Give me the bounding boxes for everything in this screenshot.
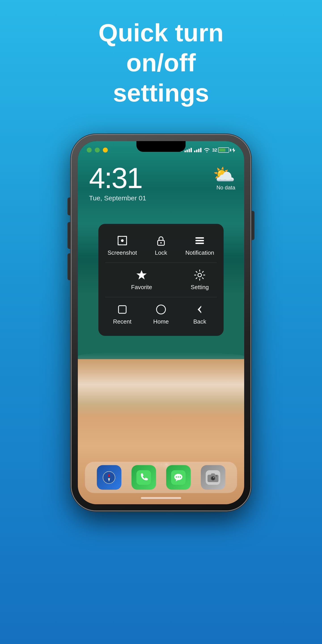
favorite-icon xyxy=(136,269,148,281)
svg-point-20 xyxy=(176,476,177,478)
dock xyxy=(85,462,237,493)
weather-label: No data xyxy=(216,184,235,191)
status-left-icons xyxy=(87,148,108,152)
svg-marker-8 xyxy=(136,270,147,280)
home-bar xyxy=(141,497,181,499)
svg-point-9 xyxy=(198,273,202,277)
svg-marker-0 xyxy=(232,148,235,152)
svg-rect-5 xyxy=(196,237,204,238)
wifi-icon xyxy=(204,148,210,152)
svg-rect-6 xyxy=(196,240,204,241)
lock-label: Lock xyxy=(155,249,167,256)
signal-bar-1 xyxy=(184,148,192,152)
notch xyxy=(136,141,186,152)
clock-date: Tue, September 01 xyxy=(89,194,146,202)
favorite-label: Favorite xyxy=(131,284,152,291)
back-label: Back xyxy=(193,318,206,325)
notification-icon xyxy=(194,234,206,247)
headline-line2: settings xyxy=(113,79,209,107)
back-icon xyxy=(194,304,206,316)
notification-button[interactable]: Notification xyxy=(180,228,219,262)
back-button[interactable]: Back xyxy=(180,297,219,332)
phone-icon xyxy=(136,470,151,485)
lock-button[interactable]: Lock xyxy=(142,228,180,262)
phone-screen: 0.2KB/s xyxy=(78,141,244,504)
safari-icon xyxy=(102,470,116,485)
svg-point-27 xyxy=(213,477,214,478)
status-dot-1 xyxy=(87,148,92,152)
svg-rect-10 xyxy=(118,306,126,313)
favorite-button[interactable]: Favorite xyxy=(103,263,180,297)
charging-icon xyxy=(232,148,235,152)
status-dot-3 xyxy=(103,148,108,152)
svg-point-11 xyxy=(156,305,166,314)
svg-point-4 xyxy=(160,242,162,244)
headline-line1: Quick turn on/off xyxy=(98,19,224,77)
svg-rect-7 xyxy=(196,242,204,244)
status-dot-2 xyxy=(95,148,100,152)
dock-safari[interactable] xyxy=(97,465,122,490)
quick-action-menu: Screenshot Lock Notifi xyxy=(98,224,224,336)
power-button xyxy=(251,211,254,240)
home-label: Home xyxy=(153,318,168,325)
dock-messages[interactable] xyxy=(166,465,191,490)
volume-up-button xyxy=(68,222,71,249)
weather-icon: ⛅ xyxy=(213,166,235,184)
setting-button[interactable]: Setting xyxy=(180,263,219,297)
camera-icon xyxy=(206,470,220,485)
menu-row2: Favorite Setting xyxy=(103,263,219,297)
volume-down-button xyxy=(68,253,71,280)
svg-point-22 xyxy=(180,476,181,478)
phone-shell: 0.2KB/s xyxy=(72,135,250,510)
headline: Quick turn on/off settings xyxy=(60,18,262,108)
weather-widget: ⛅ No data xyxy=(213,166,235,191)
home-icon xyxy=(155,304,167,316)
recent-icon xyxy=(116,304,128,316)
svg-rect-16 xyxy=(136,470,151,485)
signal-bar-2 xyxy=(194,148,202,152)
setting-icon xyxy=(194,269,206,281)
dock-phone[interactable] xyxy=(132,465,156,490)
screenshot-label: Screenshot xyxy=(108,249,137,256)
screenshot-button[interactable]: Screenshot xyxy=(103,228,142,262)
messages-icon xyxy=(171,470,186,485)
notification-label: Notification xyxy=(185,249,214,256)
svg-point-21 xyxy=(178,476,179,478)
clock-time: 4:31 xyxy=(89,164,146,192)
screenshot-icon xyxy=(116,234,128,247)
svg-point-28 xyxy=(216,475,217,476)
lock-icon xyxy=(155,234,167,247)
setting-label: Setting xyxy=(191,284,209,291)
recent-button[interactable]: Recent xyxy=(103,297,142,332)
wave-foam xyxy=(78,352,244,417)
svg-point-2 xyxy=(121,239,124,242)
mute-button xyxy=(68,198,71,215)
home-button[interactable]: Home xyxy=(142,297,180,332)
battery-indicator: 32 xyxy=(212,147,235,153)
phone-mockup: 0.2KB/s xyxy=(72,135,250,510)
clock-area: 4:31 Tue, September 01 xyxy=(89,164,146,202)
svg-point-26 xyxy=(212,477,215,480)
dock-camera[interactable] xyxy=(201,465,226,490)
recent-label: Recent xyxy=(113,318,131,325)
battery-percent-label: 32 xyxy=(212,148,217,153)
